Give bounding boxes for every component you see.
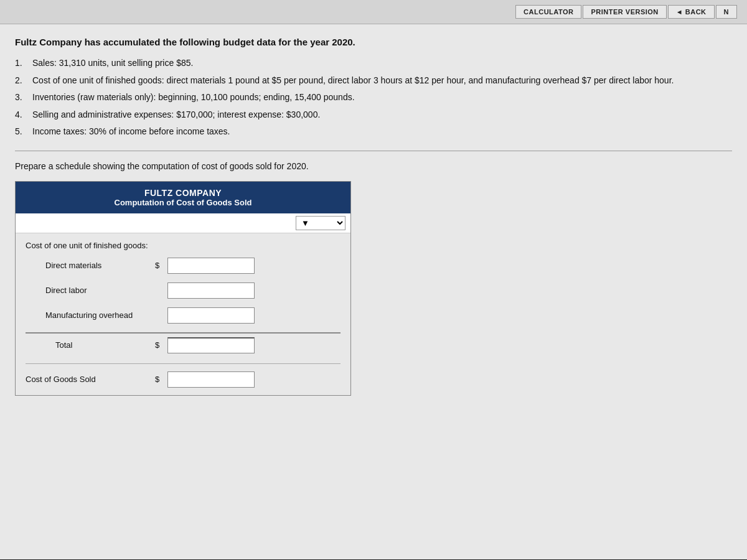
list-item: 3. Inventories (raw materials only): beg… — [15, 91, 732, 104]
intro-title: Fultz Company has accumulated the follow… — [15, 37, 732, 47]
top-bar: CALCULATOR PRINTER VERSION ◄ BACK N — [0, 0, 747, 24]
total-label: Total — [26, 340, 150, 350]
main-content: Fultz Company has accumulated the follow… — [0, 24, 747, 559]
list-item: 2. Cost of one unit of finished goods: d… — [15, 75, 732, 87]
manufacturing-overhead-label: Manufacturing overhead — [26, 310, 150, 320]
total-dollar: $ — [155, 340, 162, 350]
list-content: Selling and administrative expenses: $17… — [32, 109, 732, 121]
direct-materials-label: Direct materials — [26, 261, 150, 270]
list-item: 1. Sales: 31,310 units, unit selling pri… — [15, 57, 732, 70]
direct-labor-row: Direct labor — [26, 282, 341, 299]
company-name: FULTZ COMPANY — [26, 188, 341, 198]
table-title: Computation of Cost of Goods Sold — [26, 198, 341, 207]
manufacturing-overhead-row: Manufacturing overhead — [26, 307, 341, 324]
list-content: Sales: 31,310 units, unit selling price … — [32, 57, 732, 70]
list-num: 1. — [15, 57, 32, 70]
cogs-section: Cost of Goods Sold $ — [26, 363, 341, 388]
list-content: Cost of one unit of finished goods: dire… — [32, 75, 732, 87]
period-dropdown[interactable]: ▼ — [296, 216, 345, 230]
total-row: Total $ — [26, 332, 341, 353]
schedule-table: FULTZ COMPANY Computation of Cost of Goo… — [15, 181, 351, 396]
list-content: Inventories (raw materials only): beginn… — [32, 91, 732, 104]
list-item: 4. Selling and administrative expenses: … — [15, 109, 732, 121]
cogs-dollar: $ — [155, 375, 162, 384]
cogs-row: Cost of Goods Sold $ — [26, 371, 341, 388]
divider — [15, 151, 732, 151]
list-content: Income taxes: 30% of income before incom… — [32, 126, 732, 138]
next-button[interactable]: N — [716, 5, 737, 19]
direct-materials-row: Direct materials $ — [26, 258, 341, 274]
list-item: 5. Income taxes: 30% of income before in… — [15, 126, 732, 138]
direct-materials-input[interactable] — [167, 258, 255, 274]
back-button[interactable]: ◄ BACK — [668, 5, 715, 19]
table-body: Cost of one unit of finished goods: Dire… — [16, 233, 350, 395]
list-num: 2. — [15, 75, 32, 87]
list-num: 4. — [15, 109, 32, 121]
dropdown-row[interactable]: ▼ — [16, 213, 350, 233]
list-num: 3. — [15, 91, 32, 104]
list-num: 5. — [15, 126, 32, 138]
total-input[interactable] — [167, 337, 255, 353]
cogs-input[interactable] — [167, 371, 255, 388]
direct-labor-label: Direct labor — [26, 286, 150, 295]
schedule-intro: Prepare a schedule showing the computati… — [15, 161, 732, 171]
calculator-button[interactable]: CALCULATOR — [515, 5, 581, 19]
cogs-label: Cost of Goods Sold — [26, 375, 150, 384]
section-label: Cost of one unit of finished goods: — [26, 241, 341, 250]
data-list: 1. Sales: 31,310 units, unit selling pri… — [15, 57, 732, 138]
printer-version-button[interactable]: PRINTER VERSION — [583, 5, 666, 19]
manufacturing-overhead-input[interactable] — [167, 307, 255, 324]
direct-materials-dollar: $ — [155, 261, 162, 270]
direct-labor-input[interactable] — [167, 282, 255, 299]
table-header: FULTZ COMPANY Computation of Cost of Goo… — [16, 182, 350, 213]
